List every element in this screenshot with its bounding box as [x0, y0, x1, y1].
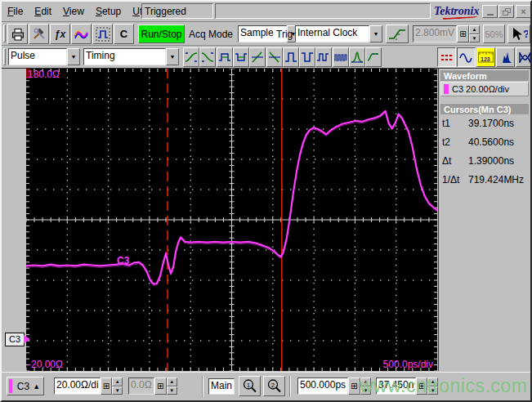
pulse-capture-button[interactable]	[92, 24, 113, 44]
keypad-icon[interactable]: ⊞	[416, 377, 428, 395]
eye-diagram-toggle-button[interactable]	[516, 47, 532, 67]
graticule-and-trace	[26, 69, 437, 371]
trig-level-spinner[interactable]: 2.800mV ⊞ ▲ ▼	[413, 25, 480, 42]
horizontal-position-value: 37.450n	[376, 377, 416, 395]
keypad-icon[interactable]: ⊞	[348, 377, 360, 395]
keypad-icon[interactable]: ⊞	[457, 25, 469, 42]
zoom2-button[interactable]: 2	[263, 376, 285, 396]
rise-time-button[interactable]	[183, 47, 199, 67]
vertical-offset-spinner[interactable]: 0.0Ω ⊞ ▲ ▼	[128, 377, 197, 395]
channel-color-stripe	[9, 379, 12, 393]
horizontal-scale-spinner[interactable]: 500.000ps ⊞ ▲ ▼	[297, 377, 373, 395]
formula-button[interactable]: ƒx	[50, 24, 70, 44]
display-area: C3 180.0Ω -20.00Ω 500.0ps/div C3 Wavefor…	[2, 69, 530, 372]
spin-up-button[interactable]: ▲	[360, 377, 371, 386]
set-50pct-button[interactable]: 50%	[483, 25, 505, 43]
negative-pulse-button[interactable]	[299, 47, 315, 67]
cursor-row-value: 1.39000ns	[468, 155, 529, 170]
spin-up-button[interactable]: ▲	[427, 377, 438, 386]
horizontal-scale-value: 500.000ps	[297, 377, 348, 395]
trig-label: Trig	[276, 29, 293, 40]
cursor-row-value: 40.5600ns	[468, 136, 529, 151]
negative-slew-icon	[267, 50, 282, 65]
positive-slew-icon	[250, 50, 265, 65]
print-button[interactable]	[7, 24, 28, 44]
menu-edit[interactable]: Edit	[29, 2, 57, 17]
negative-width-button[interactable]	[233, 47, 249, 67]
measurements-toggle-button[interactable]: 123	[476, 47, 495, 67]
trig-slope-button[interactable]	[386, 25, 409, 43]
waveform-display[interactable]: 180.0Ω -20.00Ω 500.0ps/div C3	[26, 69, 437, 371]
svg-text:?: ?	[523, 28, 528, 40]
spin-down-button[interactable]: ▼	[427, 386, 438, 395]
timing-value: Timing	[83, 48, 166, 65]
pulse-capture-icon	[96, 27, 110, 42]
tools-button[interactable]	[29, 24, 49, 44]
context-help-button[interactable]: ?	[507, 25, 530, 43]
positive-pulse-icon	[284, 50, 298, 65]
menu-file[interactable]: File	[2, 2, 29, 17]
channel-select-button[interactable]: C3 ▲	[7, 377, 44, 395]
positive-slew-button[interactable]	[249, 47, 266, 67]
negative-slew-button[interactable]	[266, 47, 283, 67]
waveform-toggle-button[interactable]	[457, 47, 476, 67]
chevron-down-icon[interactable]: ▼	[369, 25, 382, 42]
trig-source-value: Internal Clock	[295, 25, 369, 42]
vertical-offset-value: 0.0Ω	[128, 377, 154, 395]
channel-marker[interactable]: C3	[5, 333, 25, 346]
chevron-down-icon[interactable]: ▼	[67, 48, 80, 65]
menu-setup[interactable]: Setup	[90, 2, 127, 17]
flat-top-button[interactable]	[365, 47, 382, 67]
spin-down-button[interactable]: ▼	[112, 386, 123, 395]
magnifier-1-icon: 1	[242, 378, 258, 394]
cursor-row-label: 1/Δt	[442, 174, 468, 189]
cursor-row-t1: t139.1700ns	[442, 118, 529, 132]
minimize-button[interactable]	[482, 5, 498, 18]
waveform-view-icon	[459, 51, 473, 65]
spin-up-button[interactable]: ▲	[112, 377, 123, 386]
cursors-toggle-button[interactable]	[437, 47, 456, 67]
keypad-icon[interactable]: ⊞	[154, 377, 167, 395]
trig-source-select[interactable]: Internal Clock ▼	[295, 25, 382, 42]
run-stop-button[interactable]: Run/Stop	[138, 25, 185, 43]
spin-up-button[interactable]: ▲	[469, 25, 480, 34]
close-button[interactable]: ×	[516, 5, 531, 18]
horizontal-controls-bar: C3 ▲ 20.00Ω/di ⊞ ▲ ▼ 0.0Ω ⊞ ▲ ▼ Main 1	[2, 372, 530, 400]
period-button[interactable]	[315, 47, 332, 67]
fall-time-button[interactable]	[199, 47, 216, 67]
toolbar-grip[interactable]	[3, 48, 6, 65]
channel-marker-label: C3	[9, 334, 20, 344]
horizontal-position-spinner[interactable]: 37.450n ⊞ ▲ ▼	[376, 377, 438, 395]
positive-peak-button[interactable]	[349, 47, 365, 67]
measurements-123-icon: 123	[478, 51, 494, 65]
waveform-color-button[interactable]	[71, 24, 92, 44]
timing-select[interactable]: Timing ▼	[83, 48, 179, 65]
channel-marker-arrow-icon	[24, 335, 30, 343]
restore-button[interactable]	[498, 5, 514, 18]
eye-diagram-icon	[518, 51, 532, 65]
toolbar-grip[interactable]	[3, 25, 6, 42]
positive-width-button[interactable]	[217, 47, 233, 67]
flat-top-icon	[366, 50, 381, 65]
spin-down-button[interactable]: ▼	[469, 34, 480, 43]
cursor-row-label: t1	[442, 118, 468, 132]
waveform-entry[interactable]: C3 20.00Ω/div	[440, 82, 529, 96]
formula-icon: ƒx	[55, 29, 65, 40]
spin-up-button[interactable]: ▲	[167, 377, 177, 386]
spin-down-button[interactable]: ▼	[360, 386, 371, 395]
chevron-down-icon[interactable]: ▼	[166, 48, 179, 65]
menu-view[interactable]: View	[57, 2, 90, 17]
oscilloscope-window: FileEditViewSetupUtilitiesHelp Triggered…	[0, 0, 532, 402]
vertical-scale-spinner[interactable]: 20.00Ω/di ⊞ ▲ ▼	[54, 377, 123, 395]
svg-text:123: 123	[481, 56, 490, 62]
keypad-icon[interactable]: ⊞	[101, 377, 113, 395]
spin-down-button[interactable]: ▼	[167, 386, 177, 395]
histogram-toggle-button[interactable]	[496, 47, 515, 67]
burst-button[interactable]	[333, 47, 349, 67]
pulse-select[interactable]: Pulse ▼	[8, 48, 80, 65]
trig-slope-icon	[388, 28, 406, 41]
waveform-entry-label: C3 20.00Ω/div	[452, 84, 509, 94]
positive-pulse-button[interactable]	[283, 47, 299, 67]
zoom1-button[interactable]: 1	[239, 376, 261, 396]
c-button[interactable]: C	[114, 24, 134, 44]
